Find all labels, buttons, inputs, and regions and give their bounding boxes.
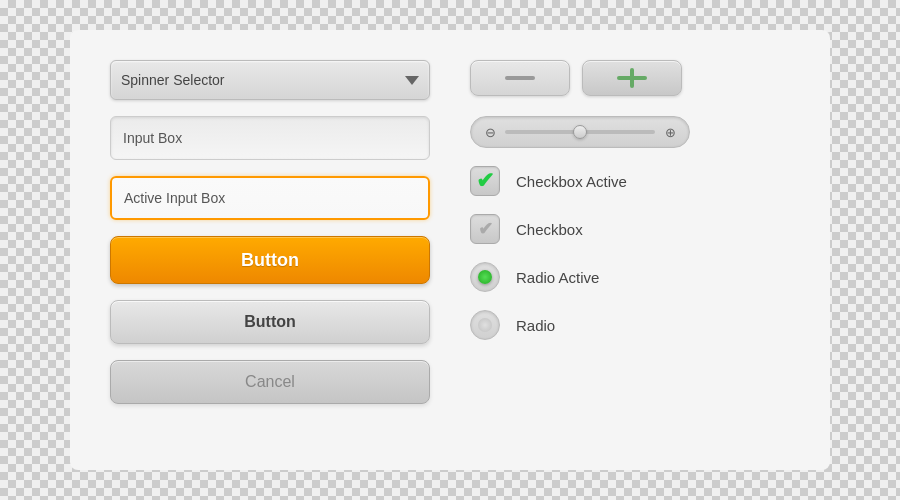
- minus-icon: [505, 76, 535, 80]
- stepper-row: [470, 60, 790, 96]
- radio-row: Radio: [470, 310, 790, 340]
- checkbox[interactable]: ✔: [470, 214, 500, 244]
- input-box-text: Input Box: [123, 130, 182, 146]
- radio-dot: [478, 318, 492, 332]
- checkbox-active[interactable]: ✔: [470, 166, 500, 196]
- spinner-selector[interactable]: Spinner Selector: [110, 60, 430, 100]
- orange-button-label: Button: [241, 250, 299, 271]
- orange-button[interactable]: Button: [110, 236, 430, 284]
- plus-icon: [617, 68, 647, 88]
- checkmark-active-icon: ✔: [476, 170, 494, 192]
- gray-button-label: Button: [244, 313, 296, 331]
- checkbox-label: Checkbox: [516, 221, 583, 238]
- checkbox-active-label: Checkbox Active: [516, 173, 627, 190]
- spinner-label: Spinner Selector: [121, 72, 405, 88]
- main-panel: Spinner Selector Input Box Active Input …: [70, 30, 830, 470]
- radio-active[interactable]: [470, 262, 500, 292]
- zoom-slider[interactable]: ⊖ ⊕: [470, 116, 690, 148]
- minus-stepper-button[interactable]: [470, 60, 570, 96]
- radio-active-row: Radio Active: [470, 262, 790, 292]
- zoom-track: [505, 130, 655, 134]
- active-input-box[interactable]: Active Input Box: [110, 176, 430, 220]
- zoom-plus-icon: ⊕: [659, 125, 681, 140]
- checkbox-row: ✔ Checkbox: [470, 214, 790, 244]
- radio-label: Radio: [516, 317, 555, 334]
- right-column: ⊖ ⊕ ✔ Checkbox Active ✔ Checkbox Radio: [470, 60, 790, 440]
- left-column: Spinner Selector Input Box Active Input …: [110, 60, 430, 440]
- cancel-button-label: Cancel: [245, 373, 295, 391]
- zoom-minus-icon: ⊖: [479, 125, 501, 140]
- cancel-button[interactable]: Cancel: [110, 360, 430, 404]
- radio-active-label: Radio Active: [516, 269, 599, 286]
- spinner-arrow-icon: [405, 76, 419, 85]
- radio-active-dot: [478, 270, 492, 284]
- checkmark-icon: ✔: [478, 220, 493, 238]
- plus-stepper-button[interactable]: [582, 60, 682, 96]
- active-input-box-text: Active Input Box: [124, 190, 225, 206]
- checkbox-active-row: ✔ Checkbox Active: [470, 166, 790, 196]
- radio[interactable]: [470, 310, 500, 340]
- zoom-thumb: [573, 125, 587, 139]
- gray-button[interactable]: Button: [110, 300, 430, 344]
- input-box[interactable]: Input Box: [110, 116, 430, 160]
